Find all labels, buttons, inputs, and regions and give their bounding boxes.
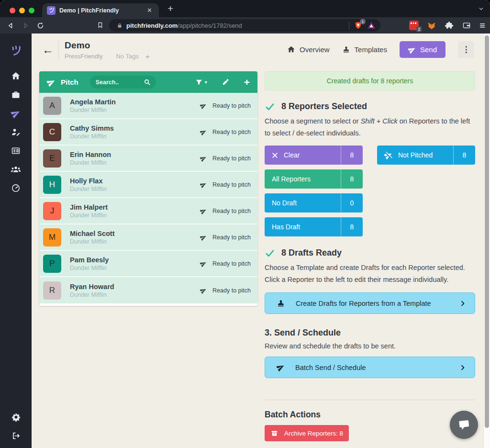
send-button[interactable]: Send — [400, 41, 445, 58]
more-options-kebab-icon[interactable]: ⋮ — [458, 41, 474, 58]
reporter-row[interactable]: C Cathy Simms Dunder Mifflin Ready to pi… — [39, 119, 257, 146]
metamask-icon[interactable] — [427, 21, 436, 30]
zoom-window-button[interactable] — [29, 8, 34, 13]
sidebar-item-home[interactable] — [6, 67, 25, 85]
search-icon[interactable] — [144, 78, 151, 86]
back-button[interactable]: ← — [42, 44, 54, 56]
chevron-right-icon — [459, 300, 466, 307]
settings-gear-icon[interactable] — [6, 408, 25, 426]
sidebar-item-coverage[interactable] — [6, 141, 25, 160]
wallet-icon[interactable] — [462, 21, 471, 30]
extension-red-icon[interactable]: 2 — [409, 21, 419, 30]
paper-plane-icon — [199, 233, 208, 242]
plane-slash-icon — [384, 151, 392, 159]
reporter-row[interactable]: M Michael Scott Dunder Mifflin Ready to … — [39, 224, 257, 251]
sidebar-item-dashboard[interactable] — [6, 179, 25, 197]
paper-plane-icon — [199, 259, 208, 268]
highlighter-button[interactable] — [222, 78, 230, 86]
segment-has-draft-button[interactable]: Has Draft 8 — [265, 217, 363, 236]
reporter-company: Dunder Mifflin — [70, 238, 114, 245]
reporter-row[interactable]: E Erin Hannon Dunder Mifflin Ready to pi… — [39, 146, 257, 172]
add-reporter-button[interactable]: + — [244, 77, 250, 87]
check-icon — [265, 102, 275, 112]
sidebar-item-team[interactable] — [6, 160, 25, 179]
browser-menu-icon[interactable]: ≡ — [479, 20, 485, 31]
archive-reporters-button[interactable]: Archive Reporters: 8 — [265, 425, 349, 441]
batch-actions-heading: Batch Actions — [265, 410, 475, 420]
paper-plane-icon — [199, 286, 208, 295]
filter-dropdown[interactable]: ▾ — [195, 78, 207, 86]
reporter-search-box[interactable] — [90, 76, 156, 89]
reporter-name: Holly Flax — [70, 177, 107, 185]
page-subtitle: PressFriendly — [65, 53, 102, 60]
extensions-puzzle-icon[interactable] — [445, 21, 454, 30]
reporters-selected-heading: 8 Reporters Selected — [281, 101, 367, 112]
window-controls[interactable] — [10, 8, 34, 13]
brave-shield-icon[interactable]: 1 — [354, 21, 362, 30]
scrollbar-thumb[interactable] — [485, 35, 489, 428]
nav-overview[interactable]: Overview — [287, 45, 330, 54]
segment-label: All Reporters — [272, 175, 311, 183]
bat-rewards-icon[interactable] — [367, 22, 376, 29]
create-drafts-button[interactable]: Create Drafts for Reporters from a Templ… — [265, 292, 475, 314]
segment-count: 8 — [341, 217, 363, 236]
reporters-selected-description: Choose a segment to select or Shift + Cl… — [265, 115, 475, 139]
forward-icon[interactable] — [22, 22, 30, 30]
reporter-row[interactable]: J Jim Halpert Dunder Mifflin Ready to pi… — [39, 198, 257, 224]
page-scrollbar[interactable] — [483, 34, 490, 448]
reporter-name: Ryan Howard — [70, 283, 114, 291]
check-icon — [265, 248, 275, 258]
nav-templates[interactable]: Templates — [342, 45, 387, 54]
close-window-button[interactable] — [10, 8, 15, 13]
reporter-avatar: C — [43, 123, 61, 141]
pitch-panel: Pitch ▾ — [39, 71, 257, 306]
bookmark-icon[interactable] — [97, 21, 104, 29]
reporter-status-label: Ready to pitch — [212, 181, 251, 188]
search-input[interactable] — [96, 79, 144, 86]
add-tag-button[interactable]: + — [145, 52, 150, 60]
reload-icon[interactable] — [36, 22, 45, 30]
reporter-status-label: Ready to pitch — [212, 234, 251, 241]
segment-not-pitched-button[interactable]: Not Pitched 8 — [377, 146, 475, 165]
reporter-row[interactable]: H Holly Flax Dunder Mifflin Ready to pit… — [39, 172, 257, 198]
browser-tab[interactable]: Demo | PitchFriendly ✕ — [42, 3, 159, 17]
reporter-row[interactable]: R Ryan Howard Dunder Mifflin Ready to pi… — [39, 277, 257, 303]
tab-search-chevron-icon[interactable] — [478, 6, 484, 12]
reporter-avatar: P — [43, 255, 61, 273]
reporter-initial: M — [49, 233, 56, 242]
shield-badge: 1 — [360, 19, 366, 24]
create-drafts-label: Create Drafts for Reporters from a Templ… — [296, 300, 431, 307]
sidebar-item-projects[interactable] — [6, 85, 25, 104]
reporter-status: Ready to pitch — [200, 181, 251, 188]
sidebar-item-reporters[interactable] — [6, 123, 25, 141]
highlighter-icon — [222, 78, 230, 86]
batch-send-button[interactable]: Batch Send / Schedule — [265, 357, 475, 378]
segment-no-draft-button[interactable]: No Draft 0 — [265, 193, 363, 213]
reporter-status: Ready to pitch — [200, 260, 251, 267]
segment-all-reporters-button[interactable]: All Reporters 8 — [265, 169, 363, 189]
send-schedule-description: Review and schedule the drafts to be sen… — [265, 342, 475, 350]
reporter-initial: H — [49, 180, 55, 190]
chat-widget-button[interactable] — [450, 411, 478, 439]
minimize-window-button[interactable] — [19, 8, 25, 13]
segment-clear-button[interactable]: Clear 8 — [265, 146, 363, 165]
paper-plane-icon — [277, 363, 285, 371]
segment-count: 8 — [341, 146, 363, 165]
reporter-row[interactable]: A Angela Martin Dunder Mifflin Ready to … — [39, 93, 257, 119]
new-tab-button[interactable]: + — [165, 2, 176, 15]
send-schedule-heading: 3. Send / Schedule — [265, 328, 475, 338]
pitchfriendly-logo — [6, 41, 25, 60]
browser-toolbar: pitchfriendly.com/app/pitches/1782/send … — [0, 17, 490, 34]
reporter-status: Ready to pitch — [200, 234, 251, 241]
extension-badge: 2 — [416, 26, 422, 32]
reporter-company: Dunder Mifflin — [70, 159, 111, 166]
logout-icon[interactable] — [6, 426, 25, 445]
reporter-row[interactable]: P Pam Beesly Dunder Mifflin Ready to pit… — [39, 251, 257, 277]
chevron-right-icon — [459, 364, 466, 371]
sidebar-item-pitch[interactable] — [6, 104, 25, 123]
url-bar[interactable]: pitchfriendly.com/app/pitches/1782/send … — [109, 19, 380, 32]
tab-close-icon[interactable]: ✕ — [145, 6, 154, 15]
send-button-label: Send — [420, 45, 437, 54]
back-icon[interactable] — [7, 22, 15, 30]
segment-label: No Draft — [272, 199, 297, 207]
